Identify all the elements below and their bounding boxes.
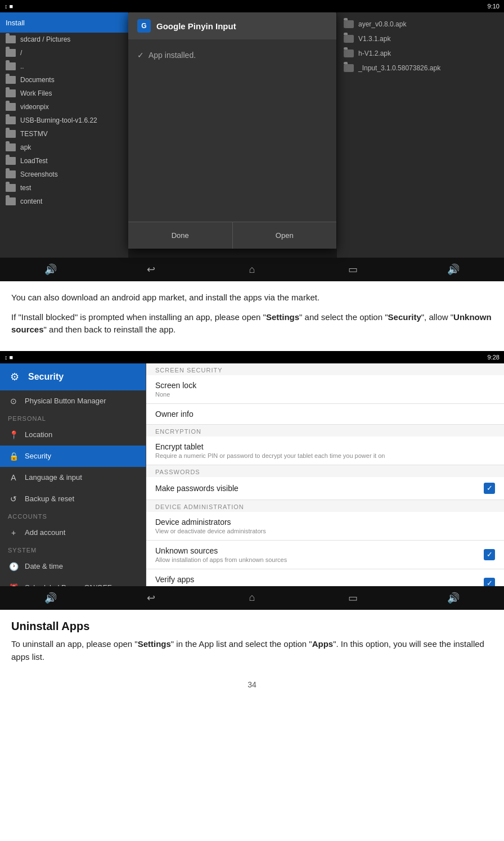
list-item[interactable]: Screenshots bbox=[0, 168, 128, 181]
physical-button-icon: ⊙ bbox=[8, 395, 19, 407]
backup-icon: ↺ bbox=[8, 493, 19, 505]
list-item[interactable]: sdcard / Pictures bbox=[0, 33, 128, 46]
folder-icon bbox=[6, 62, 16, 70]
top-status-bar: ↕ ■ 9:10 bbox=[0, 0, 504, 12]
volume2-icon[interactable]: 🔊 bbox=[446, 590, 461, 606]
settings-status-bar: ↕ ■ 9:28 bbox=[0, 351, 504, 363]
verify-apps-checkbox[interactable]: ✓ bbox=[484, 578, 495, 586]
volume-icon[interactable]: 🔊 bbox=[43, 262, 58, 277]
navigation-bar: 🔊 ↩ ⌂ ▭ 🔊 bbox=[0, 258, 504, 281]
home-icon[interactable]: ⌂ bbox=[244, 590, 260, 606]
file-manager-header: Install bbox=[0, 12, 128, 33]
settings-item-verify-apps[interactable]: Verify apps Disallow or warn before inst… bbox=[146, 569, 504, 586]
settings-status-right: 9:28 bbox=[488, 354, 500, 361]
file-icon bbox=[344, 50, 354, 57]
recents-icon[interactable]: ▭ bbox=[345, 590, 361, 606]
file-icon bbox=[344, 64, 354, 72]
list-item[interactable]: h-V1.2.apk bbox=[337, 46, 504, 61]
file-icon bbox=[344, 20, 354, 28]
sidebar-item-physical-button[interactable]: ⊙ Physical Button Manager bbox=[0, 390, 146, 412]
volume2-icon[interactable]: 🔊 bbox=[446, 262, 461, 277]
group-header-device-admin: DEVICE ADMINISTRATION bbox=[146, 500, 504, 512]
sidebar-section-accounts: ACCOUNTS bbox=[0, 510, 146, 522]
settings-bold: Settings bbox=[266, 312, 299, 322]
settings-item-encrypt-tablet[interactable]: Encrypt tablet Require a numeric PIN or … bbox=[146, 437, 504, 465]
settings-navigation-bar: 🔊 ↩ ⌂ ▭ 🔊 bbox=[0, 586, 504, 610]
folder-icon bbox=[6, 143, 16, 151]
settings-container: ⚙ Security ⊙ Physical Button Manager PER… bbox=[0, 363, 504, 586]
text-section-top: You can also download an android app mar… bbox=[0, 281, 504, 349]
sidebar-label: Date & time bbox=[25, 562, 63, 570]
settings-item-owner-info[interactable]: Owner info bbox=[146, 404, 504, 425]
uninstall-heading: Uninstall Apps bbox=[11, 620, 493, 633]
list-item[interactable]: Work Files bbox=[0, 87, 128, 100]
folder-icon bbox=[6, 116, 16, 124]
location-icon: 📍 bbox=[8, 429, 19, 440]
list-item[interactable]: content bbox=[0, 195, 128, 208]
security-bold: Security bbox=[388, 312, 421, 322]
app-icon: G bbox=[137, 19, 151, 33]
list-item[interactable]: / bbox=[0, 46, 128, 60]
list-item[interactable]: USB-Burning-tool-v1.6.22 bbox=[0, 114, 128, 127]
sidebar-item-backup[interactable]: ↺ Backup & reset bbox=[0, 488, 146, 510]
back-icon[interactable]: ↩ bbox=[143, 262, 159, 277]
sidebar-section-system: SYSTEM bbox=[0, 543, 146, 556]
settings-content-area: SCREEN SECURITY Screen lock None Owner i… bbox=[146, 363, 504, 586]
alarm-icon: ⏰ bbox=[8, 582, 19, 586]
list-item[interactable]: LoadTest bbox=[0, 154, 128, 168]
install-success-message: App installed. bbox=[137, 51, 327, 60]
file-manager-title: Install bbox=[6, 19, 25, 27]
file-manager-panel: Install sdcard / Pictures / .. Documents… bbox=[0, 12, 128, 276]
list-item[interactable]: TESTMV bbox=[0, 127, 128, 141]
list-item[interactable]: test bbox=[0, 181, 128, 195]
apps-bold: Apps bbox=[312, 639, 334, 649]
settings-item-make-passwords-visible[interactable]: Make passwords visible ✓ bbox=[146, 477, 504, 500]
settings-item-unknown-sources[interactable]: Unknown sources Allow installation of ap… bbox=[146, 541, 504, 569]
settings-header: ⚙ Security bbox=[0, 363, 146, 390]
settings-bold-2: Settings bbox=[138, 639, 171, 649]
dialog-title: Google Pinyin Input bbox=[156, 21, 236, 31]
folder-icon bbox=[6, 130, 16, 138]
sidebar-item-security[interactable]: 🔒 Security bbox=[0, 446, 146, 467]
unknown-sources-checkbox[interactable]: ✓ bbox=[484, 549, 495, 560]
volume-icon[interactable]: 🔊 bbox=[43, 590, 58, 606]
uninstall-paragraph: To uninstall an app, please open "Settin… bbox=[11, 637, 493, 664]
open-button[interactable]: Open bbox=[233, 222, 337, 249]
passwords-visible-checkbox[interactable]: ✓ bbox=[484, 483, 495, 494]
file-list-right: ayer_v0.8.0.apk V1.3.1.apk h-V1.2.apk _I… bbox=[337, 12, 504, 276]
list-item[interactable]: apk bbox=[0, 141, 128, 154]
list-item[interactable]: _Input_3.1.0.58073826.apk bbox=[337, 61, 504, 75]
sidebar-label: Backup & reset bbox=[25, 494, 74, 503]
list-item[interactable]: V1.3.1.apk bbox=[337, 32, 504, 46]
top-screenshot: ↕ ■ 9:10 Install sdcard / Pictures / .. … bbox=[0, 0, 504, 281]
sidebar-item-language[interactable]: A Language & input bbox=[0, 467, 146, 488]
settings-item-device-admins[interactable]: Device administrators View or deactivate… bbox=[146, 512, 504, 541]
folder-icon bbox=[6, 170, 16, 178]
bottom-text-section: Uninstall Apps To uninstall an app, plea… bbox=[0, 610, 504, 675]
sidebar-label: Location bbox=[25, 430, 52, 439]
sidebar-item-add-account[interactable]: + Add account bbox=[0, 522, 146, 543]
dialog-footer: Done Open bbox=[128, 222, 336, 249]
settings-screenshot: ↕ ■ 9:28 ⚙ Security ⊙ Physical Button Ma… bbox=[0, 351, 504, 610]
settings-header-title: Security bbox=[28, 372, 64, 382]
sidebar-item-scheduled-power[interactable]: ⏰ Scheduled Power ON/OFF bbox=[0, 577, 146, 586]
group-header-encryption: ENCRYPTION bbox=[146, 425, 504, 437]
dialog-body: App installed. bbox=[128, 39, 336, 71]
list-item[interactable]: .. bbox=[0, 60, 128, 73]
back-icon[interactable]: ↩ bbox=[143, 590, 159, 606]
status-left: ↕ ■ bbox=[4, 3, 13, 10]
sidebar-item-datetime[interactable]: 🕐 Date & time bbox=[0, 556, 146, 577]
folder-icon bbox=[6, 157, 16, 165]
list-item[interactable]: videonpix bbox=[0, 100, 128, 114]
status-right: 9:10 bbox=[488, 3, 500, 10]
list-item[interactable]: ayer_v0.8.0.apk bbox=[337, 17, 504, 32]
sidebar-item-location[interactable]: 📍 Location bbox=[0, 424, 146, 446]
home-icon[interactable]: ⌂ bbox=[244, 262, 260, 277]
clock-icon: 🕐 bbox=[8, 561, 19, 572]
paragraph-install-blocked: If "Install blocked" is prompted when in… bbox=[11, 311, 493, 336]
settings-item-screen-lock[interactable]: Screen lock None bbox=[146, 375, 504, 404]
recents-icon[interactable]: ▭ bbox=[345, 262, 361, 277]
security-icon: 🔒 bbox=[8, 451, 19, 462]
list-item[interactable]: Documents bbox=[0, 73, 128, 87]
done-button[interactable]: Done bbox=[128, 222, 233, 249]
